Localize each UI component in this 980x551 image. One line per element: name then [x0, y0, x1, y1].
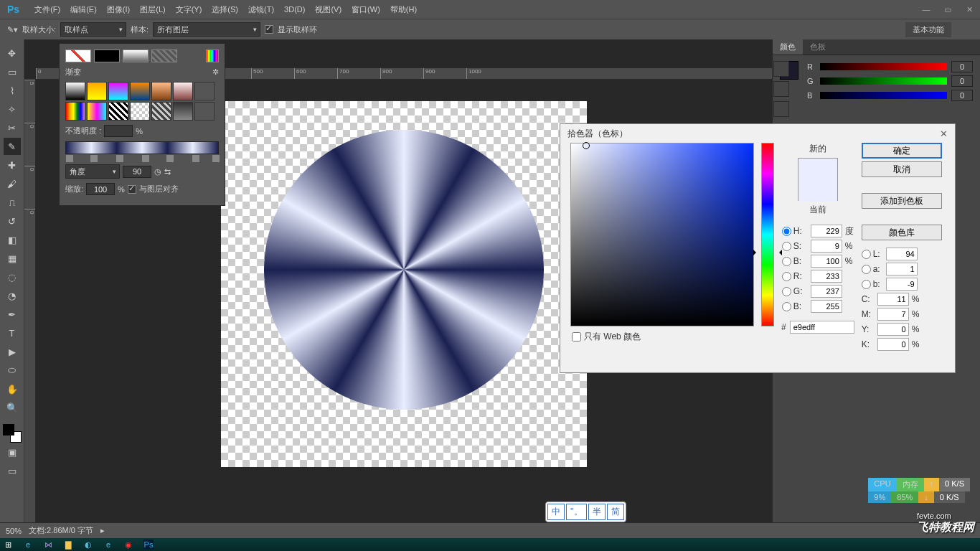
r-input[interactable] [811, 270, 842, 283]
gradient-preset[interactable] [130, 82, 150, 100]
scale-input[interactable] [86, 183, 115, 195]
b-input[interactable] [811, 255, 842, 268]
h-input[interactable] [811, 225, 842, 237]
history-brush-tool[interactable]: ↺ [4, 212, 21, 230]
vs-icon[interactable]: ⋈ [43, 540, 53, 550]
ps-taskbar-icon[interactable]: Ps [143, 540, 154, 550]
menu-filter[interactable]: 滤镜(T) [243, 4, 279, 15]
picker-close-icon[interactable]: ✕ [940, 128, 948, 139]
opacity-input[interactable] [104, 125, 133, 137]
stamp-tool[interactable]: ⎍ [4, 194, 21, 211]
brush-tool[interactable]: 🖌 [4, 175, 21, 192]
ime-toolbar[interactable]: 中 ''。 半 简 [545, 501, 626, 522]
zoom-level[interactable]: 50% [6, 527, 22, 535]
b-slider[interactable] [820, 92, 947, 99]
menu-3d[interactable]: 3D(D) [279, 5, 310, 14]
s-input[interactable] [811, 240, 842, 253]
bc-radio[interactable] [782, 302, 791, 311]
heal-tool[interactable]: ✚ [4, 156, 21, 174]
M-input[interactable] [877, 308, 909, 321]
hex-input[interactable] [790, 321, 854, 334]
swatches-tab[interactable]: 色板 [803, 39, 833, 55]
gradient-preset[interactable] [151, 82, 171, 100]
collapsed-panel-icon[interactable] [773, 61, 789, 77]
explorer-icon[interactable]: ▇ [63, 540, 73, 550]
blur-tool[interactable]: ◌ [4, 268, 21, 286]
C-input[interactable] [877, 293, 909, 306]
ok-button[interactable]: 确定 [862, 143, 942, 159]
menu-image[interactable]: 图像(I) [102, 4, 135, 15]
g-value[interactable]: 0 [951, 75, 973, 87]
cancel-button[interactable]: 取消 [862, 161, 942, 177]
menu-window[interactable]: 窗口(W) [347, 4, 385, 15]
dodge-tool[interactable]: ◔ [4, 287, 21, 304]
doc-info[interactable]: 文档:2.86M/0 字节 [29, 525, 93, 536]
zoom-tool[interactable]: 🔍 [4, 399, 21, 416]
crop-tool[interactable]: ✂ [4, 119, 21, 136]
gradient-preset[interactable] [65, 82, 85, 100]
g-slider[interactable] [820, 77, 947, 85]
a-radio[interactable] [862, 265, 871, 274]
gradient-stop[interactable] [192, 155, 199, 162]
lasso-tool[interactable]: ⌇ [4, 82, 21, 99]
gradient-preset[interactable] [108, 102, 128, 121]
ellipse-shape[interactable] [264, 130, 544, 410]
eyedropper-tool[interactable]: ✎ [4, 138, 21, 155]
gradient-stop[interactable] [166, 155, 174, 162]
angle-dial-icon[interactable]: ◷ [154, 167, 161, 176]
gradient-preset[interactable] [173, 82, 193, 100]
menu-edit[interactable]: 编辑(E) [65, 4, 102, 15]
gradient-bar[interactable] [65, 141, 219, 154]
K-input[interactable] [877, 338, 909, 351]
gradient-preset[interactable] [87, 102, 107, 121]
b-radio[interactable] [782, 257, 791, 266]
hand-tool[interactable]: ✋ [4, 380, 21, 397]
panel-menu-icon[interactable]: ✲ [212, 67, 219, 77]
gradient-stop[interactable] [142, 155, 149, 162]
flip-icon[interactable]: ⇆ [164, 167, 171, 176]
color-libraries-button[interactable]: 颜色库 [862, 225, 942, 240]
bc-input[interactable] [811, 300, 842, 313]
menu-layer[interactable]: 图层(L) [135, 4, 170, 15]
b-value[interactable]: 0 [951, 90, 973, 101]
edge-icon[interactable]: e [23, 540, 33, 550]
workspace-switcher[interactable]: 基本功能 [905, 22, 951, 37]
s-radio[interactable] [782, 242, 791, 251]
fill-gradient[interactable] [123, 50, 149, 62]
sample-size-dropdown[interactable]: 取样点 [60, 22, 126, 37]
sv-cursor[interactable] [583, 142, 590, 149]
menu-type[interactable]: 文字(Y) [171, 4, 207, 15]
ime-mode[interactable]: 中 [547, 504, 565, 520]
r-value[interactable]: 0 [951, 61, 973, 72]
ie-icon[interactable]: e [103, 540, 113, 550]
h-radio[interactable] [782, 227, 791, 236]
L-input[interactable] [886, 248, 918, 260]
marquee-tool[interactable]: ▭ [4, 63, 21, 80]
r-slider[interactable] [820, 63, 947, 70]
menu-select[interactable]: 选择(S) [207, 4, 243, 15]
wand-tool[interactable]: ✧ [4, 100, 21, 118]
angle-input[interactable] [123, 166, 151, 178]
hue-slider[interactable] [761, 143, 774, 326]
menu-help[interactable]: 帮助(H) [385, 4, 422, 15]
gradient-preset[interactable] [65, 102, 85, 121]
g-input[interactable] [811, 285, 842, 298]
color-tab[interactable]: 颜色 [773, 39, 803, 55]
color-picker-icon[interactable] [206, 50, 219, 62]
g-radio[interactable] [782, 287, 791, 296]
artboard[interactable] [221, 101, 587, 467]
fill-pattern[interactable] [151, 50, 177, 62]
menu-file[interactable]: 文件(F) [29, 4, 65, 15]
quickmask-toggle[interactable]: ▣ [4, 443, 21, 461]
ime-width[interactable]: 半 [588, 504, 606, 520]
gradient-preset[interactable] [87, 82, 107, 100]
gradient-preset[interactable] [130, 102, 150, 121]
Y-input[interactable] [877, 323, 909, 336]
show-ring-checkbox[interactable] [265, 25, 273, 34]
type-tool[interactable]: T [4, 324, 21, 342]
start-icon[interactable]: ⊞ [3, 540, 13, 550]
app-icon[interactable]: ◐ [83, 540, 93, 550]
L-radio[interactable] [862, 250, 871, 259]
lb-radio[interactable] [862, 280, 871, 289]
move-tool[interactable]: ✥ [4, 44, 21, 62]
